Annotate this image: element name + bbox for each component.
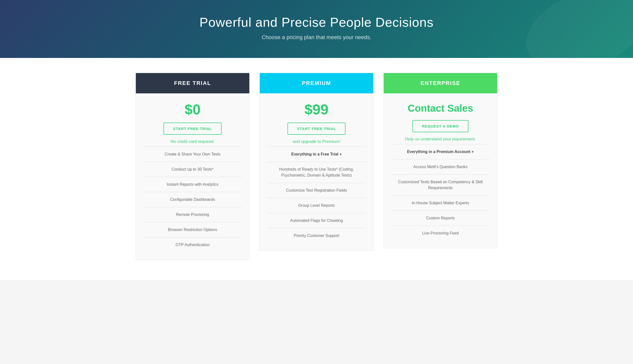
card-body-free-trial: $0START FREE TRIALNo credit card require… xyxy=(136,93,249,260)
list-item: Automated Flags for Cheating xyxy=(267,213,366,228)
price-premium: $99 xyxy=(267,102,366,117)
cta-button-free-trial[interactable]: START FREE TRIAL xyxy=(164,122,221,135)
list-item: Instant Reports with Analytics xyxy=(143,177,242,192)
subtitle-enterprise: Help us understand your requirement. xyxy=(391,137,490,142)
list-item: Everything in a Free Trial + xyxy=(267,146,366,162)
pricing-section: FREE TRIAL$0START FREE TRIALNo credit ca… xyxy=(0,58,633,280)
list-item: Remote Proctoring xyxy=(143,207,242,222)
list-item: In-House Subject Matter Experts xyxy=(391,195,490,210)
features-list-enterprise: Everything in a Premium Account +Access … xyxy=(391,144,490,241)
list-item: Group Level Reports xyxy=(267,198,366,213)
list-item: Browser Restriction Options xyxy=(143,222,242,237)
subtitle-free-trial: No credit card required. xyxy=(143,139,242,144)
features-list-free-trial: Create & Share Your Own TestsConduct up … xyxy=(143,146,242,252)
pricing-card-enterprise: ENTERPRISEContact SalesREQUEST A DEMOHel… xyxy=(383,73,497,248)
hero-title: Powerful and Precise People Decisions xyxy=(10,15,623,30)
cta-button-enterprise[interactable]: REQUEST A DEMO xyxy=(412,120,468,132)
list-item: Customize Test Registration Fields xyxy=(267,183,366,198)
price-enterprise: Contact Sales xyxy=(391,102,490,114)
hero-subtitle: Choose a pricing plan that meets your ne… xyxy=(10,34,623,40)
list-item: Priority Customer Support xyxy=(267,228,366,243)
list-item: OTP Authentication xyxy=(143,237,242,252)
features-list-premium: Everything in a Free Trial +Hundreds of … xyxy=(267,146,366,243)
subtitle-premium: and upgrade to Premium! xyxy=(267,139,366,144)
list-item: Configurable Dashboards xyxy=(143,192,242,207)
card-body-enterprise: Contact SalesREQUEST A DEMOHelp us under… xyxy=(384,93,497,248)
list-item: Everything in a Premium Account + xyxy=(391,144,490,159)
list-item: Hundreds of Ready to Use Tests* (Coding,… xyxy=(267,162,366,183)
list-item: Live Proctoring Feed xyxy=(391,226,490,241)
list-item: Access Mettl's Question Banks xyxy=(391,159,490,174)
hero-section: Powerful and Precise People Decisions Ch… xyxy=(0,0,633,58)
pricing-card-premium: PREMIUM$99START FREE TRIALand upgrade to… xyxy=(259,73,374,251)
card-body-premium: $99START FREE TRIALand upgrade to Premiu… xyxy=(260,93,373,250)
cta-button-premium[interactable]: START FREE TRIAL xyxy=(287,122,345,135)
list-item: Create & Share Your Own Tests xyxy=(143,146,242,162)
card-header-free-trial: FREE TRIAL xyxy=(136,73,249,93)
list-item: Custom Reports xyxy=(391,210,490,226)
list-item: Conduct up to 30 Tests* xyxy=(143,162,242,177)
list-item: Customized Tests Based on Competency & S… xyxy=(391,174,490,195)
pricing-card-free-trial: FREE TRIAL$0START FREE TRIALNo credit ca… xyxy=(136,73,250,260)
card-header-enterprise: ENTERPRISE xyxy=(384,73,497,93)
price-free-trial: $0 xyxy=(143,102,242,117)
card-header-premium: PREMIUM xyxy=(260,73,373,93)
